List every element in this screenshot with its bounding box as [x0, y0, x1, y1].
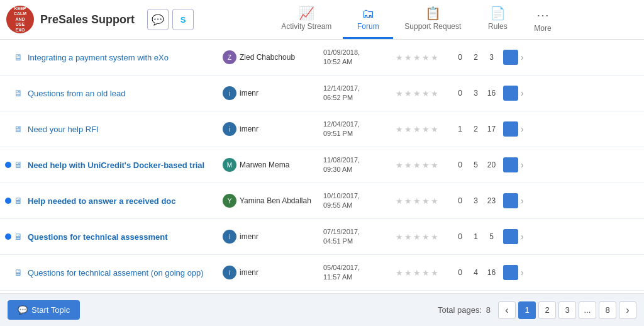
chevron-right-icon[interactable]: › — [521, 267, 524, 278]
tab-support-request[interactable]: 📋 Support Request — [393, 1, 472, 39]
stars-cell: ★★★★★ — [396, 160, 452, 170]
star-icon[interactable]: ★ — [413, 232, 421, 242]
page-8-button[interactable]: 8 — [599, 301, 616, 319]
star-icon[interactable]: ★ — [422, 89, 430, 98]
topic-title[interactable]: Questions for technical assement (on goi… — [28, 268, 223, 278]
prev-page-button[interactable]: ‹ — [498, 301, 516, 319]
star-icon[interactable]: ★ — [422, 160, 430, 170]
star-icon[interactable]: ★ — [404, 160, 412, 170]
topic-action-button[interactable] — [503, 229, 518, 244]
chevron-right-icon[interactable]: › — [521, 232, 524, 242]
star-icon[interactable]: ★ — [413, 125, 421, 134]
topic-title[interactable]: Integrating a payment system with eXo — [28, 53, 223, 62]
star-icon[interactable]: ★ — [431, 53, 438, 62]
star-icon[interactable]: ★ — [431, 125, 438, 134]
tab-more[interactable]: ⋯ More — [523, 3, 562, 39]
date-cell: 12/04/2017,09:51 PM — [323, 120, 396, 139]
star-icon[interactable]: ★ — [404, 232, 412, 242]
topic-icon: 🖥 — [14, 196, 23, 206]
reply-count: 2 — [468, 53, 484, 62]
start-topic-icon: 💬 — [18, 305, 28, 315]
stars-cell: ★★★★★ — [396, 125, 452, 134]
topic-title[interactable]: Need your help RFI — [28, 125, 223, 134]
stars-cell: ★★★★★ — [396, 53, 452, 62]
next-page-button[interactable]: › — [619, 301, 636, 319]
star-icon[interactable]: ★ — [431, 160, 438, 170]
topic-title[interactable]: Need help with UniCredit's Docker-based … — [28, 160, 223, 170]
star-icon[interactable]: ★ — [422, 196, 430, 206]
vote-count: 0 — [452, 196, 468, 205]
topic-title[interactable]: Help needed to answer a received doc — [28, 196, 223, 206]
chevron-right-icon[interactable]: › — [521, 160, 524, 170]
date-cell: 05/04/2017,11:57 AM — [323, 263, 396, 283]
topic-action-button[interactable] — [503, 50, 518, 65]
topic-icon: 🖥 — [14, 52, 23, 62]
tab-activity-stream[interactable]: 📈 Activity Stream — [270, 1, 343, 39]
view-count: 17 — [484, 125, 499, 133]
star-icon[interactable]: ★ — [413, 268, 421, 278]
star-icon[interactable]: ★ — [396, 232, 403, 242]
date-cell: 10/10/2017,09:55 AM — [323, 191, 396, 211]
page-2-button[interactable]: 2 — [538, 301, 556, 319]
star-icon[interactable]: ★ — [396, 160, 403, 170]
star-icon[interactable]: ★ — [422, 232, 430, 242]
avatar: i — [223, 266, 236, 279]
view-count: 23 — [484, 196, 499, 205]
star-icon[interactable]: ★ — [422, 53, 430, 62]
stars-cell: ★★★★★ — [396, 268, 452, 278]
topic-title[interactable]: Questions for technical assessment — [28, 232, 223, 242]
pagination: Total pages: 8 ‹ 1 2 3 ... 8 › — [438, 301, 636, 319]
start-topic-button[interactable]: 💬 Start Topic — [8, 300, 80, 320]
star-icon[interactable]: ★ — [404, 125, 412, 134]
header-icons: 💬 S — [147, 9, 194, 30]
star-icon[interactable]: ★ — [431, 268, 438, 278]
topic-action-button[interactable] — [503, 86, 518, 101]
chevron-right-icon[interactable]: › — [521, 196, 524, 206]
page-1-button[interactable]: 1 — [518, 301, 536, 319]
rules-icon: 📄 — [490, 6, 506, 21]
star-icon[interactable]: ★ — [396, 196, 403, 206]
chevron-right-icon[interactable]: › — [521, 52, 524, 62]
star-icon[interactable]: ★ — [404, 196, 412, 206]
forum-icon: 🗂 — [362, 6, 374, 21]
tab-forum[interactable]: 🗂 Forum — [343, 1, 393, 39]
table-row: 🖥 Integrating a payment system with eXo … — [0, 40, 644, 76]
view-count: 20 — [484, 160, 499, 169]
start-topic-label: Start Topic — [31, 305, 70, 315]
topic-action-button[interactable] — [503, 265, 518, 280]
star-icon[interactable]: ★ — [431, 89, 438, 98]
star-icon[interactable]: ★ — [422, 125, 430, 134]
star-icon[interactable]: ★ — [431, 196, 438, 206]
star-icon[interactable]: ★ — [431, 232, 438, 242]
avatar: i — [223, 122, 236, 136]
topic-action-button[interactable] — [503, 193, 518, 208]
star-icon[interactable]: ★ — [404, 53, 412, 62]
skype-icon-button[interactable]: S — [172, 9, 194, 30]
tab-forum-label: Forum — [357, 22, 379, 31]
chat-icon-button[interactable]: 💬 — [147, 9, 169, 30]
star-icon[interactable]: ★ — [396, 89, 403, 98]
star-icon[interactable]: ★ — [396, 268, 403, 278]
tab-rules[interactable]: 📄 Rules — [472, 1, 523, 39]
chat-icon: 💬 — [152, 14, 164, 26]
star-icon[interactable]: ★ — [413, 160, 421, 170]
chevron-right-icon[interactable]: › — [521, 124, 524, 134]
star-icon[interactable]: ★ — [404, 89, 412, 98]
star-icon[interactable]: ★ — [396, 53, 403, 62]
star-icon[interactable]: ★ — [422, 268, 430, 278]
topic-action-button[interactable] — [503, 157, 518, 172]
total-pages-text: Total pages: 8 — [438, 305, 491, 315]
page-ellipsis-button[interactable]: ... — [579, 301, 596, 319]
star-icon[interactable]: ★ — [404, 268, 412, 278]
topic-title[interactable]: Questions from an old lead — [28, 89, 223, 98]
chevron-right-icon[interactable]: › — [521, 88, 524, 98]
topic-action-button[interactable] — [503, 121, 518, 137]
topic-icon: 🖥 — [14, 232, 23, 242]
author-name: Yamina Ben Abdallah — [240, 196, 311, 205]
star-icon[interactable]: ★ — [396, 125, 403, 134]
star-icon[interactable]: ★ — [413, 196, 421, 206]
star-icon[interactable]: ★ — [413, 89, 421, 98]
page-3-button[interactable]: 3 — [558, 301, 576, 319]
header: KEEPCALMANDUSEEXO PreSales Support 💬 S 📈… — [0, 0, 644, 40]
star-icon[interactable]: ★ — [413, 53, 421, 62]
